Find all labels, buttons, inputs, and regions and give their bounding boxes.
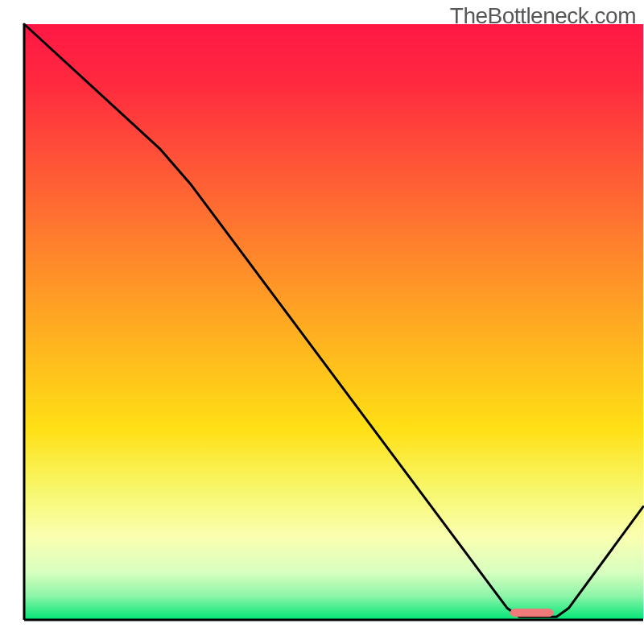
- chart-svg: [0, 0, 644, 644]
- optimal-marker: [510, 609, 554, 617]
- plot-background: [24, 24, 643, 620]
- bottleneck-chart: TheBottleneck.com: [0, 0, 644, 644]
- watermark-text: TheBottleneck.com: [450, 3, 636, 29]
